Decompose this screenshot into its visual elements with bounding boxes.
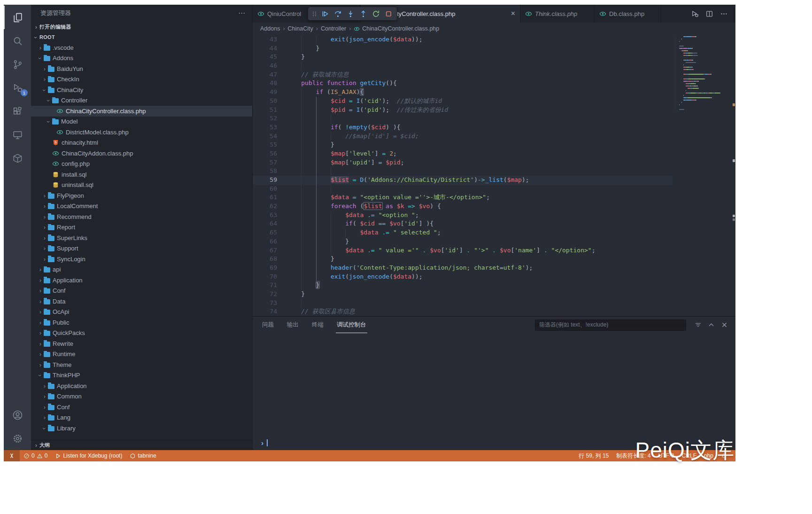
tree-item-support[interactable]: ›Support [31,243,252,254]
code-line-74[interactable]: 74// 获取区县市信息 [253,307,673,316]
tree-item-quickpacks[interactable]: ›QuickPacks [31,328,252,339]
line-number[interactable]: 46 [253,62,277,70]
tree-item-api[interactable]: ›api [31,265,252,275]
code-line-49[interactable]: 49if (IS_AJAX){ [253,88,673,97]
line-number[interactable]: 58 [253,167,277,176]
tree-item-library[interactable]: ›Library [31,423,252,434]
more-actions-icon[interactable]: ⋯ [238,9,246,17]
settings-icon[interactable] [4,427,31,450]
breadcrumb-item-controller[interactable]: Controller [321,25,346,32]
line-number[interactable]: 59 [253,176,277,185]
package-icon[interactable] [4,147,31,170]
code-line-68[interactable]: 68} [253,255,673,264]
filter-lines-icon[interactable] [695,321,702,328]
code-line-61[interactable]: 61$data = "<option value =''>-城市-</optio… [253,193,673,202]
code-line-53[interactable]: 53if( !empty($cid) ){ [253,123,673,132]
tree-item-lang[interactable]: ›Lang [31,413,252,423]
code-line-72[interactable]: 72} [253,290,673,299]
line-number[interactable]: 47 [253,70,277,79]
tree-item-addons[interactable]: ›Addons [31,53,252,64]
tree-item-recommend[interactable]: ›Recommend [31,211,252,222]
code-line-62[interactable]: 62foreach ($list as $k => $vo) { [253,202,673,211]
remote-explorer-icon[interactable] [4,123,31,147]
tab-db-class-php[interactable]: Db.class.php [595,5,661,23]
code-line-57[interactable]: 57$map['upid'] = $pid; [253,158,673,167]
step-out-icon[interactable] [357,8,369,19]
code-line-59[interactable]: 59$list = D('Addons://ChinaCity/District… [253,176,673,185]
code-line-52[interactable]: 52 [253,114,673,123]
code-line-66[interactable]: 66} [253,237,673,246]
step-into-icon[interactable] [345,8,356,19]
console-filter-input[interactable]: 筛选器(例如 text、!exclude) [535,319,686,331]
outline-section[interactable]: › 大纲 [31,440,252,450]
tree-item-vscode[interactable]: ›.vscode [31,42,252,53]
tree-item-uninstall-sql[interactable]: ›uninstall.sql [31,180,252,191]
tree-item-flypigeon[interactable]: ›FlyPigeon [31,190,252,201]
line-number[interactable]: 73 [253,299,277,308]
tree-item-model[interactable]: ›Model [31,117,252,127]
line-number[interactable]: 60 [253,185,277,194]
source-control-icon[interactable] [4,53,31,76]
tree-item-report[interactable]: ›Report [31,222,252,233]
code-line-47[interactable]: 47// 获取城市信息 [253,70,673,79]
problems-status[interactable]: 00 [20,450,51,461]
line-number[interactable]: 61 [253,193,277,202]
code-line-44[interactable]: 44} [253,44,673,53]
line-number[interactable]: 54 [253,132,277,141]
line-number[interactable]: 57 [253,158,277,167]
tree-item-data[interactable]: ›Data [31,296,252,307]
code-line-51[interactable]: 51$pid = I('pid'); //传过来的省份id [253,106,673,115]
tree-item-application[interactable]: ›Application [31,275,252,286]
line-number[interactable]: 74 [253,307,277,316]
tree-item-config-php[interactable]: ›config.php [31,159,252,170]
code-line-71[interactable]: 71} [253,281,673,290]
line-number[interactable]: 66 [253,237,277,246]
code-line-46[interactable]: 46 [253,62,673,70]
tree-item-controller[interactable]: ›Controller [31,95,252,106]
tree-item-common[interactable]: ›Common [31,391,252,402]
line-number[interactable]: 68 [253,255,277,264]
code-line-63[interactable]: 63$data .= "<option "; [253,211,673,220]
line-number[interactable]: 53 [253,123,277,132]
line-number[interactable]: 56 [253,149,277,158]
line-number[interactable]: 48 [253,79,277,88]
explorer-icon[interactable] [4,6,31,29]
minimap[interactable] [675,36,732,111]
tree-item-localcomment[interactable]: ›LocalComment [31,201,252,212]
drag-handle-icon[interactable] [311,8,318,19]
debug-config-status[interactable]: Listen for Xdebug (root) [51,450,126,461]
line-number[interactable]: 62 [253,202,277,211]
stop-icon[interactable] [383,8,394,19]
remote-indicator[interactable] [4,450,20,461]
tree-item-install-sql[interactable]: ›install.sql [31,169,252,180]
line-number[interactable]: 55 [253,140,277,149]
tree-item-synclogin[interactable]: ›SyncLogin [31,254,252,265]
line-number[interactable]: 70 [253,273,277,281]
tree-item-superlinks[interactable]: ›SuperLinks [31,233,252,243]
tree-item-chinacityaddon-class-php[interactable]: ›ChinaCityAddon.class.php [31,148,252,159]
search-icon[interactable] [4,29,31,53]
tree-item-conf[interactable]: ›Conf [31,286,252,296]
line-number[interactable]: 67 [253,246,277,255]
line-number[interactable]: 65 [253,228,277,237]
line-number[interactable]: 43 [253,35,277,44]
run-or-debug-icon[interactable] [691,10,699,18]
extensions-icon[interactable] [4,100,31,123]
code-line-70[interactable]: 70exit(json_encode($data)); [253,273,673,281]
code-line-67[interactable]: 67$data .= " value ='" . $vo['id'] . "'>… [253,246,673,255]
line-number[interactable]: 64 [253,219,277,228]
tree-item-theme[interactable]: ›Theme [31,359,252,370]
open-editors-section[interactable]: › 打开的编辑器 [31,22,252,32]
code-line-58[interactable]: 58 [253,167,673,176]
continue-icon[interactable] [319,8,331,19]
tree-item-chinacity[interactable]: ›ChinaCity [31,85,252,95]
split-editor-icon[interactable] [705,10,713,18]
tab-think-class-php[interactable]: Think.class.php [520,5,595,23]
line-number[interactable]: 45 [253,53,277,62]
maximize-panel-icon[interactable] [708,321,715,328]
line-number[interactable]: 63 [253,211,277,220]
breadcrumb-item-addons[interactable]: Addons [260,25,280,32]
line-number[interactable]: 49 [253,88,277,97]
more-actions-icon[interactable] [720,10,728,18]
tree-item-thinkphp[interactable]: ›ThinkPHP [31,370,252,381]
